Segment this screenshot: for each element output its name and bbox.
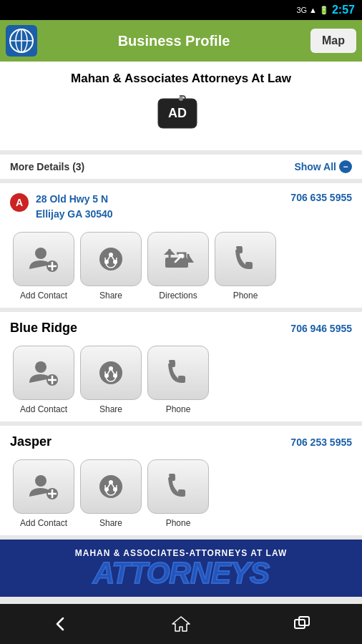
location-card-b: Blue Ridge 706 946 5955 Add Contact <box>0 312 362 421</box>
directions-label-a: Directions <box>159 291 197 301</box>
map-button[interactable]: Map <box>310 29 356 53</box>
add-contact-button-a[interactable]: Add Contact <box>13 232 74 301</box>
svg-point-10 <box>99 248 122 270</box>
address-text-a: 28 Old Hwy 5 N Ellijay GA 30540 <box>36 192 113 222</box>
svg-point-6 <box>35 248 47 259</box>
svg-point-25 <box>99 361 122 384</box>
location-card-a: A 28 Old Hwy 5 N Ellijay GA 30540 706 63… <box>0 183 362 308</box>
add-contact-label-c: Add Contact <box>20 518 67 528</box>
phone-icon-a <box>215 232 276 286</box>
phone-a[interactable]: 706 635 5955 <box>290 192 352 203</box>
svg-point-35 <box>99 475 122 498</box>
phone-button-b[interactable]: Phone <box>147 346 209 414</box>
location-name-row-c: Jasper 706 253 5955 <box>10 434 352 449</box>
share-button-c[interactable]: Share <box>80 459 142 528</box>
svg-point-21 <box>35 361 47 373</box>
main-content: Mahan & Associates Attorneys At Law AD M… <box>0 62 362 604</box>
banner-section: MAHAN & ASSOCIATES-ATTORNEYS AT LAW ATTO… <box>0 540 362 597</box>
address-left-a: A 28 Old Hwy 5 N Ellijay GA 30540 <box>10 192 113 222</box>
banner-big-text: ATTORNEYS <box>93 558 269 588</box>
phone-b[interactable]: 706 946 5955 <box>290 323 352 334</box>
add-contact-button-b[interactable]: Add Contact <box>13 346 74 414</box>
svg-text:AD: AD <box>168 106 187 120</box>
share-button-b[interactable]: Share <box>80 346 142 414</box>
phone-c[interactable]: 706 253 5955 <box>290 436 352 448</box>
phone-label-b: Phone <box>166 404 191 414</box>
share-button-a[interactable]: Share <box>80 232 142 301</box>
svg-marker-41 <box>172 617 190 631</box>
business-name-section: Mahan & Associates Attorneys At Law AD <box>0 62 362 150</box>
phone-button-c[interactable]: Phone <box>147 459 209 528</box>
show-all-button[interactable]: Show All − <box>294 160 352 173</box>
directions-icon-a <box>147 232 209 286</box>
phone-button-a[interactable]: Phone <box>215 232 276 301</box>
share-label-c: Share <box>99 518 122 528</box>
page-title: Business Profile <box>37 33 310 49</box>
action-buttons-b: Add Contact Share <box>10 346 352 414</box>
add-contact-icon-c <box>13 459 74 514</box>
phone-icon-b <box>147 346 209 400</box>
banner-bg: MAHAN & ASSOCIATES-ATTORNEYS AT LAW ATTO… <box>0 540 362 597</box>
app-header: Business Profile Map <box>0 20 362 62</box>
app-logo <box>6 25 37 57</box>
phone-label-a: Phone <box>233 291 258 301</box>
business-name: Mahan & Associates Attorneys At Law <box>11 72 351 86</box>
location-name-c: Jasper <box>10 434 52 449</box>
share-label-a: Share <box>99 291 122 301</box>
add-contact-icon-a <box>13 232 74 286</box>
share-icon-a <box>80 232 142 286</box>
show-all-icon: − <box>339 160 352 173</box>
location-name-row-b: Blue Ridge 706 946 5955 <box>10 321 352 336</box>
action-buttons-a: Add Contact Share <box>10 232 352 301</box>
add-contact-button-c[interactable]: Add Contact <box>13 459 74 528</box>
address-row-a: A 28 Old Hwy 5 N Ellijay GA 30540 706 63… <box>10 192 352 222</box>
svg-rect-16 <box>165 258 188 268</box>
home-button[interactable] <box>171 614 191 634</box>
phone-icon-c <box>147 459 209 514</box>
signal-bars: ▲ <box>309 6 317 14</box>
share-icon-b <box>80 346 142 400</box>
location-name-b: Blue Ridge <box>10 321 77 336</box>
phone-label-c: Phone <box>166 518 191 528</box>
action-buttons-c: Add Contact Share <box>10 459 352 528</box>
location-card-c: Jasper 706 253 5955 Add Contact <box>0 426 362 535</box>
svg-point-31 <box>35 475 47 487</box>
add-contact-label-a: Add Contact <box>20 291 67 301</box>
svg-point-4 <box>179 97 183 101</box>
status-bar: 3G ▲ 🔋 2:57 <box>0 0 362 20</box>
add-contact-label-b: Add Contact <box>20 404 67 414</box>
directions-button-a[interactable]: Directions <box>147 232 209 301</box>
add-contact-icon-b <box>13 346 74 400</box>
more-details-label[interactable]: More Details (3) <box>10 161 84 172</box>
signal-text: 3G <box>296 6 307 14</box>
details-row: More Details (3) Show All − <box>0 155 362 179</box>
back-button[interactable] <box>50 614 70 634</box>
battery-icon: 🔋 <box>319 6 329 15</box>
share-label-b: Share <box>99 404 122 414</box>
recent-button[interactable] <box>292 614 312 634</box>
address-badge-a: A <box>10 193 29 212</box>
ad-tag: AD <box>152 93 210 139</box>
share-icon-c <box>80 459 142 514</box>
bottom-nav <box>0 604 362 644</box>
signal-icons: 3G ▲ 🔋 <box>296 6 329 15</box>
time-display: 2:57 <box>332 4 355 16</box>
